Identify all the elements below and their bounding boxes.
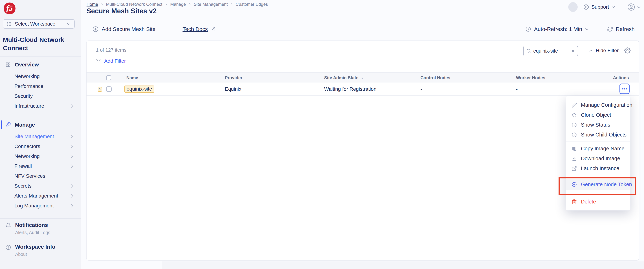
info-circle-icon <box>572 132 577 138</box>
account-menu[interactable] <box>627 3 641 11</box>
cell-name: equinix-site <box>124 82 154 96</box>
toolbar: Add Secure Mesh Site Tech Docs Auto-Refr… <box>81 18 644 40</box>
sidebar-item-security[interactable]: Security <box>0 91 81 101</box>
table-row: equinix-site Equinix Waiting for Registr… <box>86 82 639 96</box>
column-header-control-nodes[interactable]: Control Nodes <box>420 73 450 83</box>
lifebuoy-icon <box>583 4 589 10</box>
breadcrumb-home[interactable]: Home <box>86 2 98 7</box>
main-area: Home Multi-Cloud Network Connect Manage … <box>81 0 644 269</box>
select-all-checkbox[interactable] <box>106 75 111 80</box>
breadcrumb-separator-icon <box>100 3 104 6</box>
divider <box>0 56 81 56</box>
app-root: f5 Select Workspace Multi-Cloud Network … <box>0 0 644 269</box>
row-checkbox[interactable] <box>106 86 112 92</box>
page-header: Home Multi-Cloud Network Connect Manage … <box>81 0 644 17</box>
support-menu[interactable]: Support <box>583 4 616 10</box>
breadcrumb-site-management[interactable]: Site Management <box>194 2 228 7</box>
select-all-checkbox-cell <box>106 73 111 83</box>
breadcrumb-separator-icon <box>230 3 233 6</box>
hide-filter-button[interactable]: Hide Filter <box>588 48 619 53</box>
chevron-down-icon <box>585 27 589 31</box>
menu-divider <box>566 142 630 142</box>
sidebar-item-networking[interactable]: Networking <box>0 71 81 81</box>
sidebar-item-label: Networking <box>14 73 74 79</box>
name-match-highlight: equinix-site <box>124 85 154 93</box>
menu-item-clone-object[interactable]: Clone Object <box>566 110 630 120</box>
sidebar-section-label: Overview <box>15 62 39 68</box>
sidebar-item-label: Firewall <box>14 163 70 169</box>
sidebar-item-networking-manage[interactable]: Networking <box>0 151 81 161</box>
menu-item-manage-configuration[interactable]: Manage Configuration <box>566 100 630 110</box>
menu-item-launch-instance[interactable]: Launch Instance <box>566 164 630 173</box>
sidebar-item-secrets[interactable]: Secrets <box>0 181 81 191</box>
column-header-provider[interactable]: Provider <box>225 73 242 83</box>
sidebar-item-nfv-services[interactable]: NFV Services <box>0 171 81 181</box>
menu-item-copy-image-name[interactable]: Copy Image Name <box>566 144 630 154</box>
avatar-placeholder <box>568 2 578 12</box>
menu-item-delete[interactable]: Delete <box>566 197 630 207</box>
sidebar-item-site-management[interactable]: Site Management <box>0 131 81 141</box>
site-name-link[interactable]: equinix-site <box>126 86 152 92</box>
cell-worker-nodes: - <box>516 82 518 96</box>
column-header-worker-nodes[interactable]: Worker Nodes <box>516 73 545 83</box>
cell-site-admin-state: Waiting for Registration <box>324 82 376 96</box>
bottom-strip <box>162 262 644 269</box>
workspace-selector-label: Select Workspace <box>15 21 66 27</box>
auto-refresh-dropdown[interactable]: Auto-Refresh: 1 Min <box>525 26 589 32</box>
sidebar-item-firewall[interactable]: Firewall <box>0 161 81 171</box>
sidebar-item-label: Infrastructure <box>14 103 70 109</box>
table-header-row: Name Provider Site Admin State Control N… <box>86 72 639 82</box>
sidebar-section-manage: Manage Site Management Connectors Networ… <box>0 120 81 211</box>
row-expander[interactable] <box>98 87 102 92</box>
add-filter-button[interactable]: Add Filter <box>96 58 126 64</box>
menu-item-generate-node-token[interactable]: Generate Node Token <box>566 179 630 190</box>
sidebar-section-label: Manage <box>15 122 35 128</box>
row-actions-button[interactable] <box>620 83 630 94</box>
menu-item-download-image[interactable]: Download Image <box>566 154 630 164</box>
sidebar-item-connectors[interactable]: Connectors <box>0 141 81 151</box>
sidebar-workspace-info[interactable]: Workspace Info About <box>0 240 81 257</box>
clear-search-icon[interactable] <box>571 49 575 53</box>
f5-logo[interactable]: f5 <box>4 2 16 14</box>
support-label: Support <box>591 4 609 10</box>
row-actions-menu: Manage Configuration Clone Object Show S… <box>566 96 630 211</box>
sidebar-item-log-management[interactable]: Log Management <box>0 201 81 211</box>
notifications-label: Notifications <box>15 222 50 228</box>
download-icon <box>572 156 577 161</box>
refresh-button[interactable]: Refresh <box>607 26 634 32</box>
f5-logo-text: f5 <box>6 3 13 13</box>
chevron-right-icon <box>70 134 74 139</box>
sort-icon[interactable] <box>360 76 364 80</box>
tech-docs-label: Tech Docs <box>183 26 208 32</box>
breadcrumb-manage[interactable]: Manage <box>170 2 186 7</box>
bell-icon <box>6 223 11 229</box>
header-right-controls: Support <box>568 2 641 12</box>
pencil-icon <box>572 102 577 108</box>
column-header-name[interactable]: Name <box>126 73 138 83</box>
sidebar-section-overview-header[interactable]: Overview <box>0 59 81 70</box>
sidebar-item-label: Connectors <box>14 144 70 149</box>
add-secure-mesh-site-button[interactable]: Add Secure Mesh Site <box>92 26 156 32</box>
menu-item-show-status[interactable]: Show Status <box>566 120 630 130</box>
tech-docs-link[interactable]: Tech Docs <box>183 26 216 32</box>
workspace-selector[interactable]: Select Workspace <box>3 19 75 29</box>
sidebar-section-manage-header[interactable]: Manage <box>0 120 81 130</box>
sidebar-item-label: Performance <box>14 83 74 89</box>
chevron-right-icon <box>70 194 74 198</box>
cell-control-nodes: - <box>420 82 422 96</box>
sidebar-item-alerts-management[interactable]: Alerts Management <box>0 191 81 201</box>
chevron-down-icon <box>637 5 641 9</box>
breadcrumb: Home Multi-Cloud Network Connect Manage … <box>86 2 268 7</box>
column-header-actions: Actions <box>613 73 629 83</box>
breadcrumb-mcn-connect[interactable]: Multi-Cloud Network Connect <box>106 2 162 7</box>
sidebar-item-infrastructure[interactable]: Infrastructure <box>0 101 81 111</box>
menu-item-show-child-objects[interactable]: Show Child Objects <box>566 130 630 140</box>
column-header-site-admin-state[interactable]: Site Admin State <box>324 73 364 83</box>
workspace-info-label: Workspace Info <box>15 244 55 250</box>
menu-spacer <box>566 173 630 179</box>
sidebar-item-performance[interactable]: Performance <box>0 81 81 91</box>
gear-icon[interactable] <box>624 47 631 53</box>
chevron-right-icon <box>70 154 74 159</box>
sidebar-notifications[interactable]: Notifications Alerts, Audit Logs <box>0 218 81 235</box>
search-input[interactable] <box>533 48 571 54</box>
